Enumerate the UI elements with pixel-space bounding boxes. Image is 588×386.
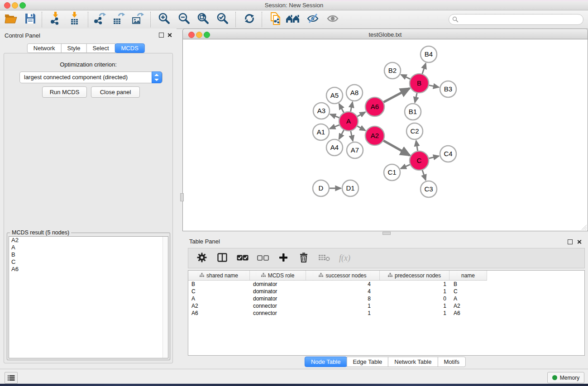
run-mcds-button[interactable]: Run MCDS xyxy=(42,86,87,98)
edge-A-A6[interactable] xyxy=(357,112,365,117)
open-file-button[interactable] xyxy=(4,12,19,27)
search-box[interactable] xyxy=(449,14,583,25)
node-C4[interactable]: C4 xyxy=(440,146,456,162)
table-row[interactable]: Bdominator41B xyxy=(188,281,584,288)
cell[interactable]: A6 xyxy=(449,310,487,317)
close-table-panel-icon[interactable] xyxy=(577,239,582,244)
node-C2[interactable]: C2 xyxy=(406,123,423,139)
resize-grip[interactable] xyxy=(580,224,587,230)
export-table-button[interactable] xyxy=(111,12,127,27)
first-neighbors-button[interactable] xyxy=(285,12,301,27)
cell[interactable]: 8 xyxy=(306,295,380,302)
edge-A2-C[interactable] xyxy=(383,141,410,155)
save-session-button[interactable] xyxy=(23,12,38,27)
cell[interactable]: B xyxy=(449,281,487,288)
cell[interactable]: A2 xyxy=(188,302,250,310)
cell[interactable]: A xyxy=(449,295,487,302)
cell[interactable]: 1 xyxy=(380,288,449,295)
edge-A-A8[interactable] xyxy=(350,102,352,112)
node-D[interactable]: D xyxy=(313,180,329,196)
node-A7[interactable]: A7 xyxy=(347,142,363,158)
criterion-dropdown[interactable]: largest connected component (directed) xyxy=(19,71,163,83)
tab-select[interactable]: Select xyxy=(86,43,115,53)
cell[interactable]: 4 xyxy=(306,281,380,288)
node-C1[interactable]: C1 xyxy=(384,164,400,181)
cell[interactable]: C xyxy=(449,288,487,295)
cell[interactable]: A2 xyxy=(449,302,487,310)
edge-B-B2[interactable] xyxy=(401,75,410,79)
float-panel-icon[interactable] xyxy=(159,33,164,38)
network-canvas[interactable]: B4B2BB3B1A5A8A3A6AA1A4A7A2C2CC4C1C3DD1 xyxy=(182,39,588,231)
edge-A6-B[interactable] xyxy=(383,88,409,102)
list-scrollbar[interactable] xyxy=(163,237,168,358)
cell[interactable]: dominator xyxy=(250,295,306,302)
node-D1[interactable]: D1 xyxy=(342,180,359,196)
cell[interactable]: 1 xyxy=(380,310,449,317)
node-A2[interactable]: A2 xyxy=(365,126,384,145)
horizontal-splitter-handle[interactable] xyxy=(382,232,391,235)
network-graph[interactable]: B4B2BB3B1A5A8A3A6AA1A4A7A2C2CC4C1C3DD1 xyxy=(183,39,588,230)
column-header-successor-nodes[interactable]: successor nodes xyxy=(306,271,380,280)
cell[interactable]: connector xyxy=(250,302,306,310)
cell[interactable]: B xyxy=(188,281,250,288)
tab-edge-table[interactable]: Edge Table xyxy=(346,357,388,367)
settings-button[interactable] xyxy=(196,253,207,264)
search-input[interactable] xyxy=(460,15,579,24)
vertical-splitter-handle[interactable] xyxy=(180,193,184,201)
import-network-button[interactable] xyxy=(48,12,63,27)
edge-A-A5[interactable] xyxy=(339,104,344,112)
zoom-selected-button[interactable] xyxy=(215,12,230,27)
tab-mcds[interactable]: MCDS xyxy=(115,43,145,53)
tab-motifs[interactable]: Motifs xyxy=(437,357,466,367)
cell[interactable]: A6 xyxy=(188,310,250,317)
edge-C-C1[interactable] xyxy=(401,165,410,169)
mcds-result-item[interactable]: A xyxy=(9,244,168,251)
cell[interactable]: dominator xyxy=(250,288,306,295)
memory-button[interactable]: Memory xyxy=(547,372,584,383)
close-panel-icon[interactable] xyxy=(167,33,172,38)
cell[interactable]: connector xyxy=(250,310,306,317)
cell[interactable]: 1 xyxy=(380,281,449,288)
network-window-titlebar[interactable]: testGlobe.txt xyxy=(182,29,588,39)
cell[interactable]: 0 xyxy=(380,295,449,302)
node-A6[interactable]: A6 xyxy=(365,97,384,116)
node-B2[interactable]: B2 xyxy=(384,62,401,79)
cell[interactable]: A xyxy=(188,295,250,302)
table-row[interactable]: Cdominator41C xyxy=(188,288,584,295)
cell[interactable]: dominator xyxy=(250,281,306,288)
export-network-button[interactable] xyxy=(92,12,108,27)
function-builder-button[interactable]: f(x) xyxy=(339,253,350,263)
split-columns-button[interactable] xyxy=(217,253,228,264)
mcds-result-item[interactable]: B xyxy=(9,251,168,258)
cell[interactable]: 1 xyxy=(306,310,380,317)
edge-A-A3[interactable] xyxy=(330,114,339,118)
column-header-name[interactable]: name xyxy=(449,271,487,280)
node-A4[interactable]: A4 xyxy=(326,139,343,156)
edge-B-B4[interactable] xyxy=(422,63,426,74)
cell[interactable]: 1 xyxy=(306,302,380,310)
node-C[interactable]: C xyxy=(410,151,429,170)
node-B3[interactable]: B3 xyxy=(440,81,456,97)
show-all-button[interactable] xyxy=(325,12,340,27)
mcds-result-item[interactable]: A2 xyxy=(9,237,168,244)
node-A8[interactable]: A8 xyxy=(346,85,363,101)
tab-node-table[interactable]: Node Table xyxy=(305,357,347,367)
edge-B-B3[interactable] xyxy=(429,85,439,87)
hide-selected-button[interactable] xyxy=(305,12,320,27)
edge-C-C3[interactable] xyxy=(422,170,425,180)
node-A5[interactable]: A5 xyxy=(326,87,343,104)
show-panels-list-button[interactable] xyxy=(5,372,18,384)
tab-network-table[interactable]: Network Table xyxy=(388,357,438,367)
select-all-checkboxes-button[interactable] xyxy=(237,253,248,264)
edge-A-A1[interactable] xyxy=(330,125,339,129)
column-header-predecessor-nodes[interactable]: predecessor nodes xyxy=(380,271,449,280)
edge-C-C2[interactable] xyxy=(416,141,417,151)
node-A[interactable]: A xyxy=(339,112,358,131)
table-row[interactable]: Adominator80A xyxy=(188,295,584,302)
edge-A-A2[interactable] xyxy=(357,126,365,131)
close-panel-button[interactable]: Close panel xyxy=(91,86,140,98)
mcds-result-list[interactable]: A2ABCA6 xyxy=(9,236,168,358)
clear-checkboxes-button[interactable] xyxy=(258,253,268,264)
node-C3[interactable]: C3 xyxy=(421,181,437,197)
node-B4[interactable]: B4 xyxy=(421,46,437,62)
